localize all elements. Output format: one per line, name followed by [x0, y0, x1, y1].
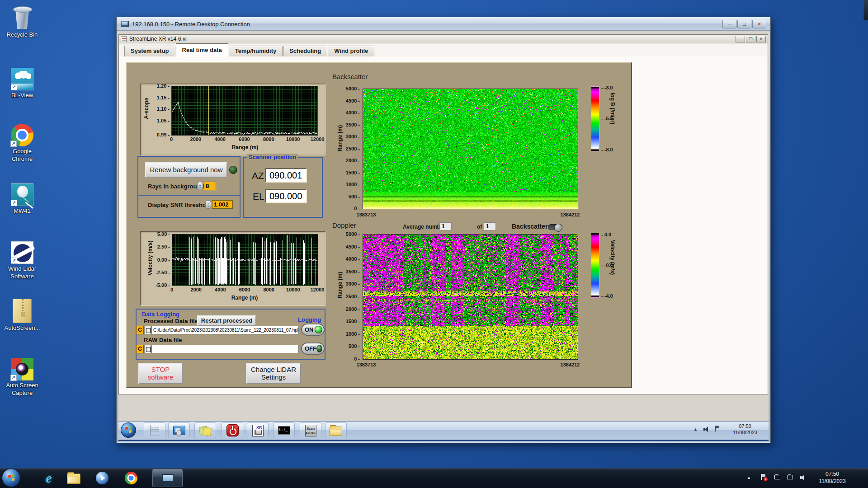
- tab-scheduling[interactable]: Scheduling: [283, 46, 327, 56]
- rdp-maximize-button[interactable]: □: [737, 20, 751, 28]
- remote-action-center-flag-icon[interactable]: [714, 426, 720, 432]
- tab-wind-profile[interactable]: Wind profile: [328, 46, 374, 56]
- tick-label: 4500: [346, 98, 360, 103]
- vi-maximize-button[interactable]: ❐: [746, 36, 755, 42]
- tick-label: 2000: [190, 287, 201, 292]
- raw-path-field[interactable]: [151, 345, 299, 353]
- doppler-x-start: 1383713: [357, 362, 376, 367]
- desktop-icon-wind-lidar-software[interactable]: ↗Wind LidarSoftware: [3, 241, 42, 281]
- mw41-icon: ↗: [11, 183, 33, 206]
- remote-taskbar-scan-sched-button[interactable]: Scan sched: [300, 422, 321, 438]
- tick-label: -8.0: [601, 147, 613, 152]
- rdp-minimize-button[interactable]: ─: [722, 20, 736, 28]
- shortcut-arrow-icon: ↗: [11, 84, 17, 90]
- tick-label: 500: [349, 343, 360, 349]
- desktop-icon-auto-screen-capture[interactable]: ↗Auto ScreenCapture: [3, 358, 42, 397]
- display-settings-icon: [173, 426, 185, 435]
- snr-spinner[interactable]: ▲▼: [205, 200, 211, 209]
- tick-label: 2500: [346, 294, 360, 299]
- remote-tray-expand-icon[interactable]: ▲: [693, 427, 698, 432]
- tick-label: 4500: [346, 244, 360, 249]
- raw-browse-icon[interactable]: [144, 345, 151, 353]
- tab-real-time-data[interactable]: Real time data: [176, 43, 228, 56]
- raw-drive-selector[interactable]: C: [136, 345, 144, 353]
- change-lidar-settings-button[interactable]: Change LiDAR Settings: [246, 363, 301, 384]
- processed-path-field[interactable]: C:\Lidar\Data\Proc\2023\202308\20230811\…: [151, 326, 299, 334]
- tick-label: 5000: [346, 86, 360, 91]
- a-scope-ylabel: A-scope: [143, 95, 150, 122]
- taskbar-media-player[interactable]: [93, 471, 111, 485]
- tick-label: 5.00: [157, 231, 170, 237]
- tick-label: 2000: [346, 158, 360, 163]
- processed-browse-icon[interactable]: [144, 326, 151, 334]
- tick-label: 1.20: [157, 83, 170, 89]
- restart-processed-file-button[interactable]: Restart processed file: [197, 315, 256, 326]
- remote-start-button[interactable]: [121, 422, 136, 438]
- vi-titlebar[interactable]: StreamLine XR v14-6.vi ─ ❐ ✕: [119, 35, 768, 43]
- tab-system-setup[interactable]: System setup: [124, 46, 175, 56]
- remote-clock[interactable]: 07:50 11/08/2023: [724, 423, 766, 436]
- taskbar-chrome[interactable]: [122, 471, 140, 485]
- rays-value-field[interactable]: 8: [204, 182, 216, 190]
- bl-view-icon: ↗: [11, 68, 33, 90]
- desktop-icon-google-chrome[interactable]: ↗GoogleChrome: [3, 124, 42, 163]
- stop-software-button[interactable]: STOP software: [138, 363, 183, 384]
- google-chrome-icon: ↗: [11, 124, 33, 146]
- el-value-field: 090.000: [265, 189, 307, 203]
- off-lens-icon: [316, 345, 322, 352]
- change-line1: Change LiDAR: [247, 366, 300, 373]
- average-total-field[interactable]: 1: [484, 222, 496, 230]
- rays-in-background-label: Rays in background: [148, 183, 204, 190]
- remote-taskbar-folder-button[interactable]: [325, 422, 347, 438]
- remote-volume-icon[interactable]: [703, 427, 710, 432]
- taskbar-explorer[interactable]: [65, 470, 83, 486]
- tick-label: 0.00: [157, 257, 170, 263]
- tick-label: 0: [354, 206, 360, 211]
- chrome-icon: [125, 472, 137, 484]
- tick-label: 0: [354, 356, 360, 361]
- host-action-center-flag-icon[interactable]: ✕: [760, 474, 766, 480]
- notepad-icon: [150, 425, 159, 436]
- tick-label: 6000: [239, 287, 250, 292]
- taskbar-internet-explorer[interactable]: e: [40, 469, 58, 487]
- rdp-close-button[interactable]: ✕: [752, 20, 766, 28]
- desktop-icon-mw41[interactable]: ↗MW41: [3, 183, 42, 215]
- remote-taskbar-cmd-button[interactable]: C:\_: [273, 422, 295, 438]
- remote-taskbar-power-button[interactable]: [222, 422, 243, 438]
- tick-label: -2.50: [156, 270, 170, 275]
- backscatter-toggle-label: Backscatter: [512, 223, 547, 230]
- remote-taskbar-labview-xr-button[interactable]: XR: [247, 422, 269, 438]
- rdp-titlebar[interactable]: 192.168.0.150 - Remote Desktop Connectio…: [117, 18, 770, 31]
- host-clock-time: 07:50: [811, 471, 853, 478]
- windows-logo-icon: [8, 474, 11, 478]
- backscatter-toggle-switch[interactable]: [548, 224, 562, 230]
- processed-logging-on-button[interactable]: ON: [301, 324, 325, 336]
- show-desktop-button[interactable]: [863, 0, 868, 20]
- average-number-field[interactable]: 1: [439, 222, 452, 230]
- tick-label: 10000: [286, 136, 300, 142]
- tab-temp-humidity[interactable]: Temp/humidity: [229, 46, 283, 56]
- raw-logging-off-button[interactable]: OFF: [301, 343, 325, 355]
- processed-drive-selector[interactable]: C: [136, 326, 144, 334]
- host-tray-expand-icon[interactable]: ▲: [747, 475, 751, 480]
- remote-taskbar-display-settings-button[interactable]: [168, 422, 190, 438]
- host-clock[interactable]: 07:50 11/08/2023: [811, 471, 853, 485]
- snr-value-field[interactable]: 1.002: [212, 200, 233, 209]
- rays-spinner[interactable]: ▲▼: [197, 182, 203, 190]
- desktop-icon-autoscreen-zip[interactable]: AutoScreen...: [3, 299, 42, 332]
- tick-label: -3.0: [601, 85, 613, 90]
- desktop-icon-recycle-bin[interactable]: Recycle Bin: [3, 4, 42, 39]
- scan-sched-icon: Scan sched: [305, 425, 316, 436]
- host-volume-icon[interactable]: [800, 475, 806, 480]
- remote-clock-time: 07:50: [724, 423, 766, 430]
- remote-taskbar-notepad-button[interactable]: [144, 422, 165, 438]
- vi-minimize-button[interactable]: ─: [736, 36, 745, 42]
- host-start-button[interactable]: [2, 469, 20, 487]
- remote-taskbar-sticky-notes-button[interactable]: [194, 422, 216, 438]
- rdp-client-area: StreamLine XR v14-6.vi ─ ❐ ✕ System setu…: [118, 31, 769, 441]
- renew-background-button[interactable]: Renew background now: [145, 162, 227, 178]
- labview-xr-icon: XR: [252, 425, 264, 436]
- taskbar-rdp-session-button[interactable]: [152, 469, 183, 487]
- desktop-icon-bl-view[interactable]: ↗BL-View: [3, 68, 42, 99]
- vi-close-button[interactable]: ✕: [756, 36, 766, 42]
